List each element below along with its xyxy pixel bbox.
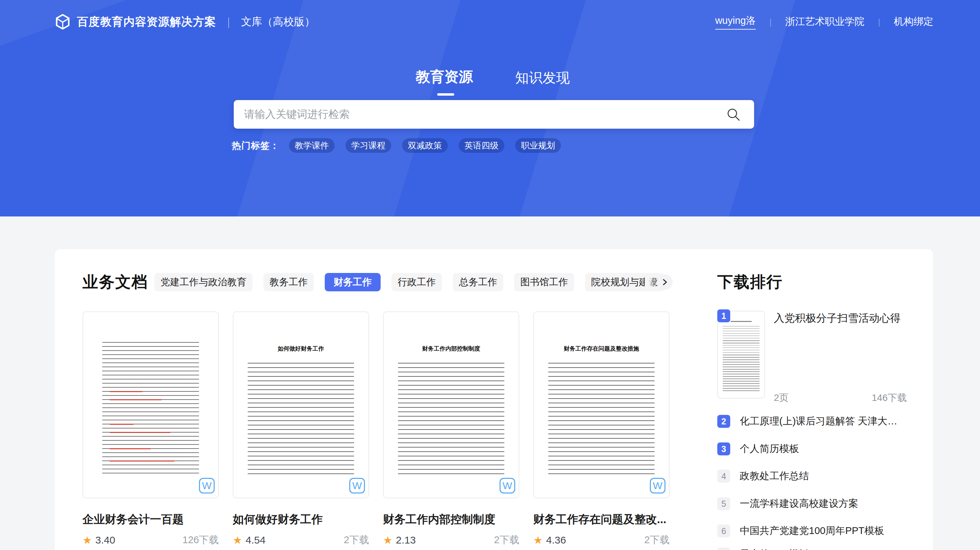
chevron-right-icon — [661, 278, 668, 286]
doc-title[interactable]: 财务工作存在问题及整改... — [533, 512, 670, 527]
doc-downloads: 2下载 — [344, 533, 369, 547]
hot-tags-label: 热门标签： — [232, 139, 279, 152]
doc-title[interactable]: 如何做好财务工作 — [233, 512, 369, 527]
doc-card: W 企业财务会计一百题 ★ 3.40 126下载 — [83, 311, 219, 547]
doc-card: 如何做好财务工作 W 如何做好财务工作 ★ 4.54 2下载 — [233, 311, 369, 547]
doc-rating: 3.40 — [95, 534, 115, 546]
rank-badge-7: 7 — [717, 548, 730, 550]
category-tab-party-building[interactable]: 党建工作与政治教育 — [154, 273, 253, 291]
rank-1-thumbnail[interactable] — [717, 311, 765, 399]
category-tab-academic-affairs[interactable]: 教务工作 — [263, 273, 314, 291]
rank-row[interactable]: 2 化工原理(上)课后习题解答 天津大学化... — [717, 415, 907, 428]
tab-knowledge-discovery[interactable]: 知识发现 — [515, 68, 570, 87]
header-divider: ｜ — [224, 15, 234, 29]
doc-thumbnail[interactable]: 如何做好财务工作 W — [233, 311, 369, 498]
rank-item-title: 中国共产党建党100周年PPT模板 — [740, 524, 884, 538]
category-tab-finance[interactable]: 财务工作 — [325, 273, 380, 291]
doc-preview-text — [102, 342, 199, 476]
doc-meta: ★ 2.13 2下载 — [383, 533, 519, 547]
brand-title: 百度教育内容资源解决方案 — [77, 14, 216, 30]
search-bar — [234, 100, 754, 128]
rank-1-title[interactable]: 入党积极分子扫雪活动心得 — [774, 311, 910, 325]
brand-logo-icon — [54, 14, 71, 30]
rank-badge-6: 6 — [717, 525, 730, 537]
word-doc-badge: W — [500, 478, 515, 493]
rank-badge-2: 2 — [717, 415, 730, 428]
doc-meta: ★ 3.40 126下载 — [83, 533, 219, 547]
doc-card: 财务工作内部控制制度 W 财务工作内部控制制度 ★ 2.13 2下载 — [383, 311, 519, 547]
rank-item-title: 一流学科建设高校建设方案 — [740, 497, 858, 510]
hot-tags-row: 热门标签： 教学课件 学习课程 双减政策 英语四级 职业规划 — [232, 138, 572, 153]
active-tab-indicator — [437, 93, 454, 96]
rank-1-downloads: 146下载 — [872, 391, 907, 404]
doc-preview-text — [398, 363, 504, 475]
header-divider: ｜ — [875, 17, 883, 27]
doc-downloads: 2下载 — [644, 533, 670, 547]
search-icon[interactable] — [725, 106, 741, 122]
rank-row[interactable]: 7 最全的PPT模板 — [717, 547, 907, 550]
hot-tag[interactable]: 英语四级 — [459, 138, 504, 153]
doc-preview-text — [548, 363, 655, 475]
doc-preview-title-line — [730, 321, 752, 322]
doc-rating: 4.54 — [246, 534, 266, 546]
doc-meta: ★ 4.36 2下载 — [533, 533, 670, 547]
doc-downloads: 2下载 — [494, 533, 519, 547]
rank-row[interactable]: 6 中国共产党建党100周年PPT模板 — [717, 524, 907, 538]
doc-title[interactable]: 企业财务会计一百题 — [83, 512, 219, 527]
category-tab-library[interactable]: 图书馆工作 — [514, 273, 574, 291]
section-title-business-docs: 业务文档 — [83, 272, 148, 293]
category-tab-general-affairs[interactable]: 总务工作 — [453, 273, 503, 291]
org-link[interactable]: 浙江艺术职业学院 — [785, 15, 864, 29]
doc-downloads: 126下载 — [183, 533, 219, 547]
rank-1-pages: 2页 — [774, 391, 789, 404]
doc-title[interactable]: 财务工作内部控制制度 — [383, 512, 519, 527]
rank-badge-3: 3 — [717, 442, 730, 455]
rank-item-title: 最全的PPT模板 — [740, 547, 808, 550]
username-link[interactable]: wuying洛 — [715, 14, 756, 30]
hot-tag[interactable]: 教学课件 — [289, 138, 335, 153]
page: { "header": { "brand": "百度教育内容资源解决方案", "… — [0, 0, 980, 550]
header-left: 百度教育内容资源解决方案 ｜ 文库（高校版） — [54, 12, 315, 31]
rank-item-title: 政教处工作总结 — [740, 469, 809, 483]
org-bind-link[interactable]: 机构绑定 — [894, 15, 933, 29]
doc-preview-title: 如何做好财务工作 — [234, 345, 368, 353]
rank-badge-1: 1 — [717, 309, 730, 322]
content-card: 业务文档 党建工作与政治教育 教务工作 财务工作 行政工作 总务工作 图书馆工作… — [55, 249, 933, 550]
hot-tag[interactable]: 双减政策 — [402, 138, 448, 153]
rank-item-title: 化工原理(上)课后习题解答 天津大学化... — [740, 415, 907, 428]
rank-row[interactable]: 5 一流学科建设高校建设方案 — [717, 497, 907, 510]
doc-preview-title: 财务工作内部控制制度 — [384, 345, 519, 353]
hot-tag[interactable]: 职业规划 — [515, 138, 561, 153]
category-tabs: 党建工作与政治教育 教务工作 财务工作 行政工作 总务工作 图书馆工作 院校规划… — [154, 273, 664, 291]
product-name: 文库（高校版） — [241, 15, 315, 29]
doc-card: 财务工作存在问题及整改措施 W 财务工作存在问题及整改... ★ 4.36 2下… — [533, 311, 670, 547]
rank-badge-4: 4 — [717, 470, 730, 483]
rank-badge-5: 5 — [717, 497, 730, 510]
star-icon: ★ — [533, 535, 543, 545]
header-divider: ｜ — [767, 17, 775, 27]
categories-scroll-right-button[interactable] — [657, 274, 673, 290]
doc-preview-text — [723, 326, 759, 393]
star-icon: ★ — [383, 535, 393, 545]
doc-thumbnail[interactable]: 财务工作内部控制制度 W — [383, 311, 519, 498]
rank-row[interactable]: 4 政教处工作总结 — [717, 469, 907, 483]
doc-rating: 4.36 — [546, 534, 566, 546]
word-doc-badge: W — [650, 478, 665, 493]
doc-rating: 2.13 — [396, 534, 416, 546]
search-input[interactable] — [244, 108, 725, 120]
doc-preview-title: 财务工作存在问题及整改措施 — [534, 345, 669, 353]
tab-education-resources[interactable]: 教育资源 — [416, 67, 473, 86]
rank-row[interactable]: 3 个人简历模板 — [717, 442, 907, 456]
hot-tag[interactable]: 学习课程 — [345, 138, 391, 153]
doc-preview-text — [248, 363, 354, 475]
category-tab-administration[interactable]: 行政工作 — [391, 273, 442, 291]
document-cards-row: W 企业财务会计一百题 ★ 3.40 126下载 如何做好财务工作 W 如何做好… — [83, 311, 670, 547]
rank-1-meta: 2页 146下载 — [774, 391, 907, 404]
doc-thumbnail[interactable]: 财务工作存在问题及整改措施 W — [533, 311, 670, 498]
word-doc-badge: W — [199, 478, 215, 493]
section-title-download-ranking: 下载排行 — [717, 272, 783, 293]
doc-meta: ★ 4.54 2下载 — [233, 533, 369, 547]
doc-thumbnail[interactable]: W — [83, 311, 219, 498]
hero-banner: 百度教育内容资源解决方案 ｜ 文库（高校版） wuying洛 ｜ 浙江艺术职业学… — [0, 0, 980, 216]
star-icon: ★ — [233, 535, 242, 545]
